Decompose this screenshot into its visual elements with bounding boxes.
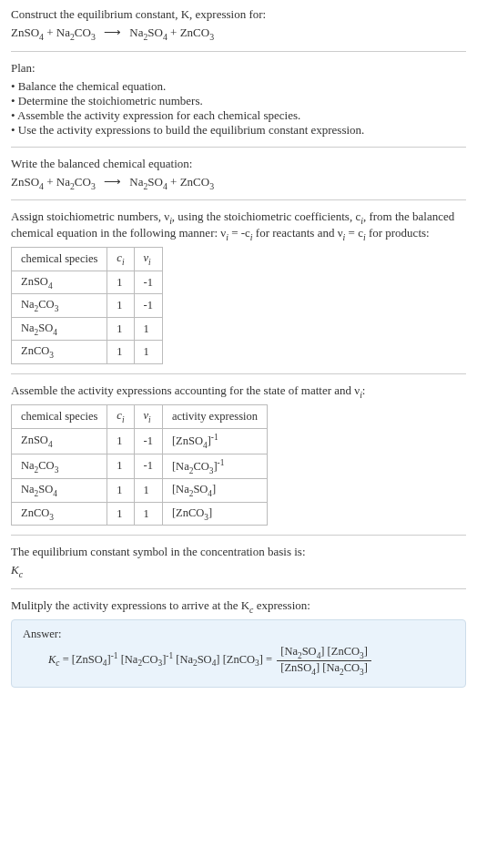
- col-species: chemical species: [12, 248, 107, 271]
- multiply-text: Mulitply the activity expressions to arr…: [11, 598, 466, 615]
- assign-block: Assign stoichiometric numbers, νi, using…: [11, 209, 466, 364]
- divider: [11, 51, 466, 52]
- fraction-denominator: [ZnSO4] [Na2CO3]: [277, 661, 371, 677]
- divider: [11, 199, 466, 200]
- divider: [11, 373, 466, 374]
- plan-block: Plan: Balance the chemical equation. Det…: [11, 61, 466, 138]
- plan-item: Determine the stoichiometric numbers.: [11, 94, 466, 108]
- plan-list: Balance the chemical equation. Determine…: [11, 79, 466, 138]
- answer-box: Answer: Kc = [ZnSO4]-1 [Na2CO3]-1 [Na2SO…: [11, 619, 466, 688]
- col-vi: νi: [134, 405, 162, 429]
- plan-item: Balance the chemical equation.: [11, 79, 466, 94]
- col-activity: activity expression: [162, 405, 267, 429]
- balanced-block: Write the balanced chemical equation: Zn…: [11, 157, 466, 191]
- table-row: ZnSO4 1 -1: [12, 271, 163, 294]
- table-row: Na2CO3 1 -1: [12, 294, 163, 318]
- plan-item: Assemble the activity expression for eac…: [11, 108, 466, 123]
- col-ci: ci: [107, 405, 134, 429]
- plan-heading: Plan:: [11, 61, 466, 76]
- divider: [11, 535, 466, 536]
- reaction-arrow-icon: ⟶: [104, 26, 121, 40]
- table-row: ZnCO3 1 1 [ZnCO3]: [12, 502, 268, 526]
- reaction-arrow-icon: ⟶: [104, 175, 121, 189]
- col-ci: ci: [107, 248, 134, 271]
- fraction-numerator: [Na2SO4] [ZnCO3]: [277, 645, 371, 661]
- table-header-row: chemical species ci νi activity expressi…: [12, 405, 268, 429]
- assign-text: Assign stoichiometric numbers, νi, using…: [11, 209, 466, 241]
- balanced-equation: ZnSO4 + Na2CO3 ⟶ Na2SO4 + ZnCO3: [11, 175, 466, 191]
- table-row: Na2CO3 1 -1 [Na2CO3]-1: [12, 454, 268, 479]
- divider: [11, 588, 466, 589]
- balanced-heading: Write the balanced chemical equation:: [11, 157, 466, 171]
- intro-line: Construct the equilibrium constant, K, e…: [11, 7, 466, 22]
- multiply-block: Mulitply the activity expressions to arr…: [11, 598, 466, 689]
- intro-text: Construct the equilibrium constant, K, e…: [11, 7, 266, 21]
- table-row: Na2SO4 1 1 [Na2SO4]: [12, 479, 268, 503]
- answer-label: Answer:: [23, 628, 454, 641]
- assemble-block: Assemble the activity expressions accoun…: [11, 383, 466, 526]
- kc-symbol: Kc: [11, 563, 466, 579]
- stoich-table: chemical species ci νi ZnSO4 1 -1 Na2CO3…: [11, 247, 163, 364]
- intro-equation: ZnSO4 + Na2CO3 ⟶ Na2SO4 + ZnCO3: [11, 26, 466, 42]
- assemble-text: Assemble the activity expressions accoun…: [11, 383, 466, 400]
- table-header-row: chemical species ci νi: [12, 248, 163, 271]
- plan-item: Use the activity expressions to build th…: [11, 123, 466, 138]
- table-row: ZnSO4 1 -1 [ZnSO4]-1: [12, 428, 268, 454]
- fraction: [Na2SO4] [ZnCO3] [ZnSO4] [Na2CO3]: [277, 645, 371, 676]
- divider: [11, 147, 466, 148]
- col-species: chemical species: [12, 405, 107, 429]
- table-row: Na2SO4 1 1: [12, 317, 163, 341]
- conc-basis-text: The equilibrium constant symbol in the c…: [11, 545, 466, 559]
- table-row: ZnCO3 1 1: [12, 341, 163, 364]
- activity-table: chemical species ci νi activity expressi…: [11, 404, 268, 526]
- col-vi: νi: [134, 248, 162, 271]
- answer-expression: Kc = [ZnSO4]-1 [Na2CO3]-1 [Na2SO4] [ZnCO…: [23, 645, 454, 676]
- intro-block: Construct the equilibrium constant, K, e…: [11, 7, 466, 42]
- conc-basis-block: The equilibrium constant symbol in the c…: [11, 545, 466, 579]
